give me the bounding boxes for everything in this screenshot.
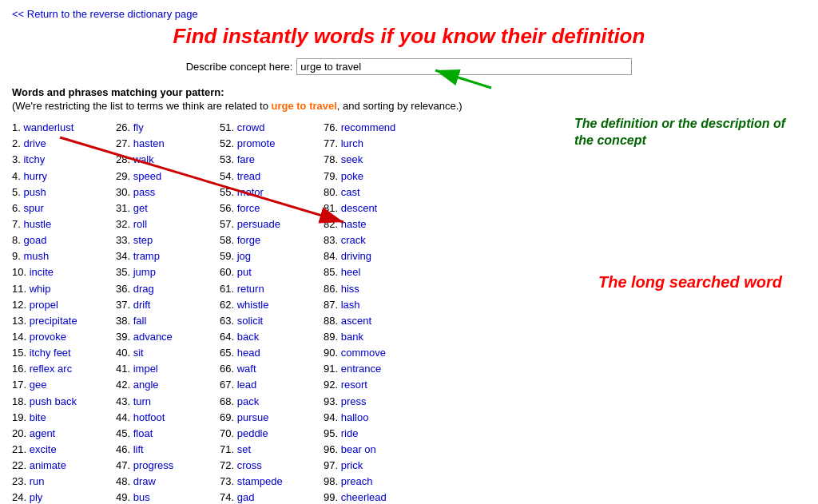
word-link[interactable]: cast: [341, 186, 360, 198]
word-link[interactable]: haste: [341, 218, 367, 230]
word-link[interactable]: lash: [341, 299, 360, 311]
word-link[interactable]: fall: [133, 315, 147, 327]
item-number: 30.: [116, 186, 133, 198]
word-link[interactable]: whistle: [237, 299, 269, 311]
word-link[interactable]: descent: [341, 202, 378, 214]
word-link[interactable]: walk: [133, 153, 154, 165]
word-link[interactable]: recommend: [341, 121, 396, 133]
word-link[interactable]: run: [30, 475, 45, 487]
word-link[interactable]: ride: [341, 427, 359, 439]
word-link[interactable]: hasten: [133, 137, 165, 149]
word-link[interactable]: push: [23, 186, 46, 198]
word-link[interactable]: heel: [341, 266, 361, 278]
word-link[interactable]: turn: [133, 395, 151, 407]
word-link[interactable]: provoke: [30, 331, 66, 343]
word-link[interactable]: preach: [341, 475, 373, 487]
word-link[interactable]: incite: [30, 266, 54, 278]
word-link[interactable]: animate: [30, 459, 66, 471]
word-link[interactable]: bus: [133, 491, 150, 503]
word-link[interactable]: motor: [237, 186, 264, 198]
word-link[interactable]: jump: [133, 266, 156, 278]
word-link[interactable]: crowd: [237, 121, 265, 133]
word-link[interactable]: hurry: [23, 170, 47, 182]
word-link[interactable]: back: [237, 331, 259, 343]
word-link[interactable]: gad: [237, 491, 255, 503]
word-link[interactable]: agent: [30, 427, 56, 439]
word-link[interactable]: prick: [341, 459, 363, 471]
word-link[interactable]: tramp: [133, 250, 160, 262]
word-link[interactable]: press: [341, 395, 367, 407]
word-link[interactable]: goad: [23, 234, 46, 246]
word-link[interactable]: drive: [23, 137, 46, 149]
word-link[interactable]: whip: [30, 283, 51, 295]
search-input[interactable]: [296, 58, 632, 75]
word-link[interactable]: push back: [30, 395, 77, 407]
word-link[interactable]: wanderlust: [23, 121, 73, 133]
word-link[interactable]: peddle: [237, 427, 268, 439]
word-link[interactable]: precipitate: [30, 315, 77, 327]
word-link[interactable]: fare: [237, 153, 255, 165]
word-link[interactable]: gee: [30, 379, 47, 391]
word-link[interactable]: ascent: [341, 315, 371, 327]
word-link[interactable]: head: [237, 347, 260, 359]
word-link[interactable]: seek: [341, 153, 363, 165]
word-link[interactable]: bite: [30, 411, 46, 423]
word-link[interactable]: driving: [341, 250, 371, 262]
word-link[interactable]: tread: [237, 170, 261, 182]
word-link[interactable]: itchy feet: [30, 347, 71, 359]
word-link[interactable]: pursue: [237, 411, 269, 423]
back-link[interactable]: << Return to the reverse dictionary page: [12, 8, 198, 20]
word-link[interactable]: jog: [237, 250, 251, 262]
word-link[interactable]: ply: [30, 491, 43, 503]
word-link[interactable]: crack: [341, 234, 366, 246]
word-link[interactable]: bear on: [341, 443, 376, 455]
word-link[interactable]: impel: [133, 363, 158, 375]
word-link[interactable]: pass: [133, 186, 155, 198]
word-link[interactable]: float: [133, 427, 153, 439]
word-link[interactable]: forge: [237, 234, 261, 246]
word-link[interactable]: drag: [133, 283, 154, 295]
word-link[interactable]: mush: [23, 250, 49, 262]
word-link[interactable]: get: [133, 202, 148, 214]
word-link[interactable]: angle: [133, 379, 159, 391]
word-link[interactable]: force: [237, 202, 260, 214]
word-link[interactable]: bank: [341, 331, 363, 343]
word-link[interactable]: spur: [23, 202, 43, 214]
word-link[interactable]: resort: [341, 379, 367, 391]
word-link[interactable]: draw: [133, 475, 156, 487]
word-link[interactable]: stampede: [237, 475, 283, 487]
word-link[interactable]: lurch: [341, 137, 363, 149]
word-link[interactable]: halloo: [341, 411, 369, 423]
word-link[interactable]: step: [133, 234, 153, 246]
word-link[interactable]: commove: [341, 347, 386, 359]
word-link[interactable]: excite: [30, 443, 57, 455]
word-link[interactable]: drift: [133, 299, 151, 311]
word-link[interactable]: cheerlead: [341, 491, 387, 503]
word-link[interactable]: persuade: [237, 218, 280, 230]
word-link[interactable]: set: [237, 443, 251, 455]
word-link[interactable]: pack: [237, 395, 259, 407]
word-link[interactable]: solicit: [237, 315, 264, 327]
word-link[interactable]: itchy: [23, 153, 45, 165]
word-link[interactable]: sit: [133, 347, 144, 359]
word-link[interactable]: entrance: [341, 363, 382, 375]
word-link[interactable]: lead: [237, 379, 257, 391]
word-link[interactable]: lift: [133, 443, 144, 455]
word-link[interactable]: roll: [133, 218, 147, 230]
word-link[interactable]: speed: [133, 170, 161, 182]
word-link[interactable]: put: [237, 266, 252, 278]
word-link[interactable]: hiss: [341, 283, 359, 295]
word-link[interactable]: hotfoot: [133, 411, 165, 423]
item-number: 76.: [324, 121, 341, 133]
word-link[interactable]: fly: [133, 121, 144, 133]
word-link[interactable]: cross: [237, 459, 262, 471]
word-link[interactable]: propel: [30, 299, 58, 311]
word-link[interactable]: poke: [341, 170, 363, 182]
word-link[interactable]: reflex arc: [30, 363, 72, 375]
word-link[interactable]: hustle: [23, 218, 51, 230]
word-link[interactable]: progress: [133, 459, 174, 471]
word-link[interactable]: advance: [133, 331, 173, 343]
word-link[interactable]: waft: [237, 363, 256, 375]
word-link[interactable]: return: [237, 283, 264, 295]
word-link[interactable]: promote: [237, 137, 276, 149]
